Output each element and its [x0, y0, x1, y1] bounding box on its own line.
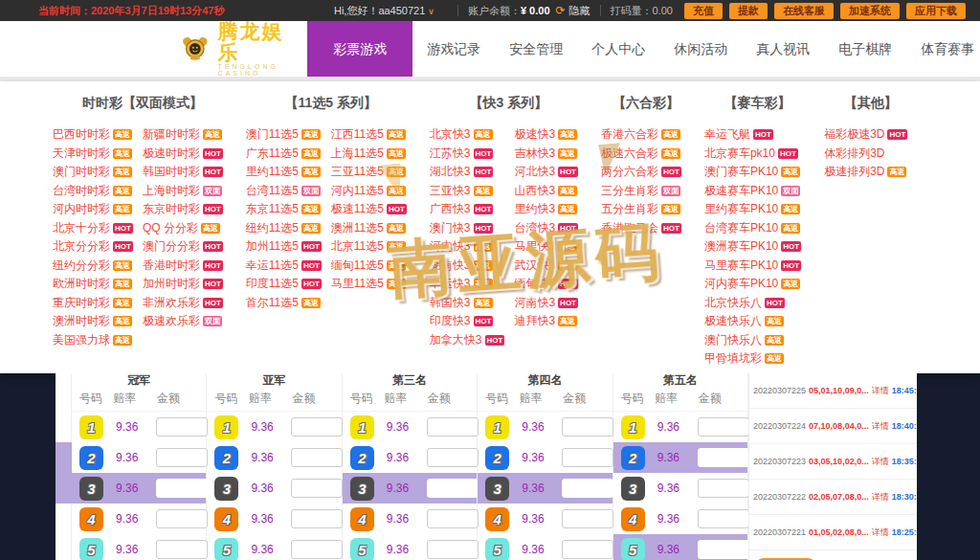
- lottery-link[interactable]: 加州11选5HOT: [246, 237, 322, 257]
- lottery-link[interactable]: 广东11选5高返: [246, 145, 322, 164]
- lottery-link[interactable]: 极速快3高返: [514, 125, 578, 145]
- lottery-link[interactable]: 吉林快3高返: [514, 145, 578, 164]
- ball-3[interactable]: 3: [79, 477, 103, 501]
- nav-tab-个人中心[interactable]: 个人中心: [577, 21, 659, 77]
- lottery-link[interactable]: 马里快3高返: [514, 237, 578, 257]
- lottery-link[interactable]: 里约赛车PK10高返: [704, 200, 801, 219]
- ball-4[interactable]: 4: [350, 507, 374, 531]
- lottery-link[interactable]: 巴西时时彩高返: [53, 125, 133, 145]
- ball-3[interactable]: 3: [621, 477, 645, 501]
- lottery-link[interactable]: 北京快乐八HOT: [704, 294, 801, 313]
- ball-4[interactable]: 4: [621, 507, 645, 531]
- amount-input[interactable]: [698, 448, 749, 467]
- lottery-link[interactable]: 里约快3高返: [514, 200, 578, 219]
- amount-input[interactable]: [562, 479, 613, 498]
- lottery-link[interactable]: 广西快3HOT: [430, 200, 505, 219]
- amount-input[interactable]: [698, 509, 749, 528]
- nav-tab-安全管理[interactable]: 安全管理: [495, 21, 577, 77]
- topbar-button-充值[interactable]: 充值: [684, 3, 723, 19]
- lottery-link[interactable]: 幸运飞艇HOT: [704, 125, 801, 145]
- lottery-link[interactable]: 纽约11选5高返: [246, 219, 322, 238]
- lottery-link[interactable]: QQ 分分彩高返: [143, 219, 223, 238]
- lottery-link[interactable]: 江苏快3HOT: [430, 145, 505, 164]
- lottery-link[interactable]: 首尔11选5高返: [246, 294, 322, 313]
- nav-tab-游戏记录[interactable]: 游戏记录: [412, 21, 495, 77]
- lottery-link[interactable]: 韩国快3高返: [430, 294, 505, 313]
- lottery-link[interactable]: 加拿大快3HOT: [430, 331, 505, 350]
- lottery-link[interactable]: 河北快3HOT: [514, 163, 578, 182]
- amount-input[interactable]: [427, 540, 479, 559]
- ball-2[interactable]: 2: [621, 446, 645, 470]
- lottery-link[interactable]: 东京时时彩HOT: [143, 200, 223, 219]
- lottery-link[interactable]: 极速快乐八高返: [704, 312, 801, 331]
- amount-input[interactable]: [156, 448, 208, 467]
- lottery-link[interactable]: 五分生肖彩高返: [601, 200, 681, 219]
- amount-input[interactable]: [427, 509, 479, 528]
- record-detail-link[interactable]: 详情: [872, 456, 889, 468]
- lottery-link[interactable]: 幸运快3高返: [430, 275, 505, 294]
- ball-3[interactable]: 3: [214, 477, 238, 501]
- lottery-link[interactable]: 新疆时时彩高返: [143, 125, 223, 145]
- lottery-link[interactable]: 马里赛车PK10HOT: [704, 257, 801, 276]
- amount-input[interactable]: [156, 540, 208, 559]
- ball-5[interactable]: 5: [621, 538, 645, 560]
- lottery-link[interactable]: 台湾快3HOT: [514, 219, 578, 238]
- ball-1[interactable]: 1: [214, 415, 238, 439]
- lottery-link[interactable]: 极速11选5HOT: [331, 200, 407, 219]
- ball-5[interactable]: 5: [79, 538, 103, 560]
- lottery-link[interactable]: 两分六合彩HOT: [601, 163, 681, 182]
- lottery-link[interactable]: 福彩极速3DHOT: [824, 125, 907, 145]
- lottery-link[interactable]: 北京分分彩HOT: [53, 237, 133, 257]
- ball-1[interactable]: 1: [350, 415, 374, 439]
- lottery-link[interactable]: 上海11选5高返: [331, 145, 407, 164]
- ball-3[interactable]: 3: [485, 477, 509, 501]
- ball-1[interactable]: 1: [485, 415, 509, 439]
- topbar-button-提款[interactable]: 提款: [729, 3, 768, 19]
- lottery-link[interactable]: 山西快3高返: [514, 182, 578, 201]
- lottery-link[interactable]: 极速时时彩HOT: [143, 145, 223, 164]
- lottery-link[interactable]: 幸运11选5HOT: [246, 257, 322, 276]
- lottery-link[interactable]: 三亚11选5高返: [331, 163, 407, 182]
- lottery-link[interactable]: 湖南快3高返: [430, 257, 505, 276]
- ball-1[interactable]: 1: [79, 415, 103, 439]
- lottery-link[interactable]: 里约11选5高返: [246, 163, 322, 182]
- ball-5[interactable]: 5: [214, 538, 238, 560]
- amount-input[interactable]: [291, 417, 343, 437]
- lottery-link[interactable]: 重庆时时彩高返: [53, 294, 133, 313]
- amount-input[interactable]: [562, 540, 613, 559]
- lottery-link[interactable]: 上海时时彩双面: [143, 182, 223, 201]
- site-logo[interactable]: 腾龙娱乐 TENGLONG CASINO: [180, 21, 292, 77]
- ball-4[interactable]: 4: [485, 507, 509, 531]
- lottery-link[interactable]: 北京赛车pk10HOT: [704, 145, 801, 164]
- nav-tab-彩票游戏[interactable]: 彩票游戏: [307, 21, 412, 77]
- amount-input[interactable]: [156, 417, 208, 437]
- lottery-link[interactable]: 江西11选5高返: [331, 125, 407, 145]
- lottery-link[interactable]: 韩国时时彩HOT: [143, 163, 223, 182]
- lottery-link[interactable]: 澳门快3HOT: [430, 219, 505, 238]
- amount-input[interactable]: [698, 417, 749, 437]
- lottery-link[interactable]: 香港跑马会HOT: [601, 219, 681, 238]
- lottery-link[interactable]: 甲骨填坑彩高返: [704, 349, 801, 369]
- topbar-button-加速系统[interactable]: 加速系统: [840, 3, 900, 19]
- lottery-link[interactable]: 澳门分分彩HOT: [143, 237, 223, 257]
- lottery-link[interactable]: 香港六合彩高返: [601, 125, 681, 145]
- nav-tab-真人视讯[interactable]: 真人视讯: [742, 21, 824, 77]
- lottery-link[interactable]: 澳洲时时彩高返: [53, 312, 133, 331]
- amount-input[interactable]: [291, 509, 343, 528]
- lottery-link[interactable]: 澳门时时彩高返: [53, 163, 133, 182]
- record-detail-link[interactable]: 详情: [872, 385, 889, 397]
- lottery-link[interactable]: 印度11选5HOT: [246, 275, 322, 294]
- lottery-link[interactable]: 极速欢乐彩双面: [143, 312, 223, 331]
- ball-5[interactable]: 5: [485, 538, 509, 560]
- lottery-link[interactable]: 欧洲时时彩高返: [53, 275, 133, 294]
- lottery-link[interactable]: 澳洲11选5高返: [331, 219, 407, 238]
- ball-4[interactable]: 4: [79, 507, 103, 531]
- lottery-link[interactable]: 河内快3高返: [430, 237, 505, 257]
- ball-2[interactable]: 2: [214, 446, 238, 470]
- amount-input[interactable]: [291, 448, 343, 467]
- lottery-link[interactable]: 非洲欢乐彩HOT: [143, 294, 223, 313]
- hide-balance-button[interactable]: 隐藏: [569, 4, 590, 18]
- lottery-link[interactable]: 三亚快3高返: [430, 182, 505, 201]
- lottery-link[interactable]: 河内11选5高返: [331, 182, 407, 201]
- lottery-link[interactable]: 北京十分彩HOT: [53, 219, 133, 238]
